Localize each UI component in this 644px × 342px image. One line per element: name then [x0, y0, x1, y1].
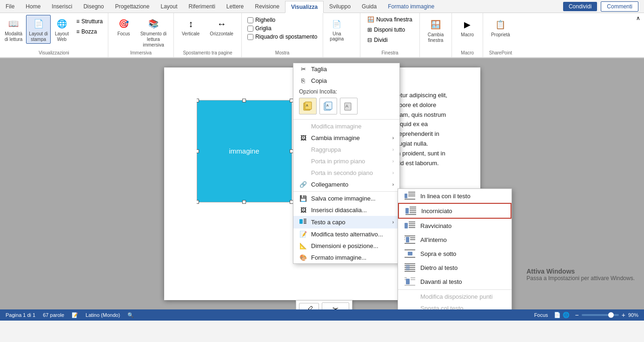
btn-macro[interactable]: ▶ Macro	[456, 13, 479, 49]
tab-revisione[interactable]: Revisione	[249, 0, 285, 13]
modalita-lettura-label: Modalitàdi lettura	[5, 31, 22, 42]
btn-stile[interactable]: 🖌 Stile	[299, 303, 319, 310]
menu-item-salva-immagine[interactable]: 💾 Salva come immagine...	[293, 193, 399, 204]
btn-ritaglia[interactable]: ✂ Ritaglia	[322, 302, 349, 309]
submenu-item-dietro-testo[interactable]: Dietro al testo	[398, 261, 511, 275]
btn-cambia-finestra[interactable]: 🪟 Cambiafinestra	[424, 13, 448, 54]
menu-item-formato-immagine[interactable]: 🎨 Formato immagine...	[293, 252, 399, 263]
zoom-slider[interactable]	[582, 314, 619, 316]
checkbox-righello[interactable]: Righello	[247, 17, 317, 23]
group-label-immersiva: Immersiva	[112, 49, 170, 57]
tab-visualizza[interactable]: Visualizza	[285, 1, 324, 13]
righello-checkbox[interactable]	[247, 17, 253, 23]
menu-item-porta-primo-piano[interactable]: Porta in primo piano ›	[293, 155, 399, 167]
submenu-item-ravvicinato[interactable]: Ravvicinato	[398, 219, 511, 233]
view-buttons: 📄 🌐	[554, 312, 570, 318]
btn-una-pagina[interactable]: 📄 Unapagina	[327, 15, 346, 43]
nuova-finestra-icon: 🪟	[367, 16, 374, 23]
submenu-item-sposta-col-testo[interactable]: Sposta col testo	[398, 302, 511, 309]
zoom-out-btn[interactable]: −	[575, 312, 579, 318]
comments-button[interactable]: Commenti	[601, 1, 638, 12]
tab-sviluppo[interactable]: Sviluppo	[324, 0, 356, 13]
btn-dividi[interactable]: ⊟ Dividi	[364, 35, 415, 45]
checkbox-riquadro[interactable]: Riquadro di spostamento	[247, 34, 317, 40]
submenu-item-incorniciato[interactable]: Incorniciato	[398, 203, 511, 219]
tab-guida[interactable]: Guida	[356, 0, 382, 13]
btn-struttura-bozza: ≡ Struttura ≡ Bozza	[73, 15, 106, 36]
tab-home[interactable]: Home	[20, 0, 46, 13]
tab-file[interactable]: File	[0, 0, 20, 13]
btn-modalita-lettura[interactable]: 📖 Modalitàdi lettura	[2, 15, 25, 44]
submenu-item-in-linea[interactable]: In linea con il testo	[398, 189, 511, 203]
menu-item-dimensioni-posizione[interactable]: 📐 Dimensioni e posizione...	[293, 240, 399, 252]
tab-disegno[interactable]: Disegno	[78, 0, 109, 13]
dimensioni-posizione-label: Dimensioni e posizione...	[311, 242, 378, 249]
btn-collapse-ribbon[interactable]: ∧	[632, 13, 644, 23]
zoom-in-btn[interactable]: +	[622, 312, 625, 318]
raggruppa-label: Raggruppa	[311, 146, 341, 153]
paste-icon-2[interactable]: A	[319, 98, 337, 114]
view-web-btn[interactable]: 🌐	[563, 312, 570, 318]
image-placeholder[interactable]: immagine	[197, 100, 292, 202]
menu-item-porta-secondo-piano[interactable]: Porta in secondo piano ›	[293, 167, 399, 179]
share-button[interactable]: Condividi	[563, 2, 597, 11]
image-selection-handle-bm	[242, 200, 246, 204]
view-print-btn[interactable]: 📄	[554, 312, 561, 318]
focus-label: Focus	[117, 31, 130, 36]
menu-item-inserisci-didascalia[interactable]: 🖼 Inserisci didascalia...	[293, 204, 399, 216]
paste-icon-3[interactable]: A	[340, 98, 358, 114]
menu-item-modifica-testo-alt[interactable]: 📝 Modifica testo alternativo...	[293, 228, 399, 240]
ribbon-group-mostra: Righello Griglia Riquadro di spostamento…	[242, 13, 323, 57]
activate-windows-title: Attiva Windows	[526, 268, 635, 275]
menu-item-cambia-immagine[interactable]: 🖼 Cambia immagine ›	[293, 132, 399, 144]
collegamento-label: Collegamento	[311, 181, 348, 188]
all-interno-icon	[404, 235, 417, 244]
copia-icon: ⎘	[299, 77, 307, 84]
paste-icon-1[interactable]: A	[299, 98, 317, 114]
collegamento-icon: 🔗	[299, 181, 307, 188]
riquadro-checkbox[interactable]	[247, 34, 253, 40]
verticale-icon: ↕	[183, 16, 198, 31]
btn-nuova-finestra[interactable]: 🪟 Nuova finestra	[364, 15, 415, 24]
submenu-item-modifica-disposizione[interactable]: Modifica disposizione punti	[398, 291, 511, 302]
btn-strumento-lettura[interactable]: 📚 Strumento dilettura immersiva	[137, 15, 170, 49]
btn-focus[interactable]: 🎯 Focus	[112, 15, 135, 38]
group-buttons-immersiva: 🎯 Focus 📚 Strumento dilettura immersiva	[112, 13, 170, 49]
submenu-item-all-interno[interactable]: All'interno	[398, 233, 511, 247]
tab-riferimenti[interactable]: Riferimenti	[183, 0, 221, 13]
menu-item-copia[interactable]: ⎘ Copia	[293, 75, 399, 87]
menu-item-collegamento[interactable]: 🔗 Collegamento ›	[293, 179, 399, 190]
tab-formato-immagine[interactable]: Formato immagine	[382, 0, 440, 13]
griglia-checkbox[interactable]	[247, 26, 253, 32]
checkbox-griglia[interactable]: Griglia	[247, 25, 317, 32]
submenu-item-davanti-testo[interactable]: Davanti al testo	[398, 275, 511, 288]
menu-item-taglia[interactable]: ✂ Taglia	[293, 63, 399, 75]
svg-rect-24	[405, 223, 408, 228]
verticale-label: Verticale	[182, 31, 199, 36]
btn-bozza[interactable]: ≡ Bozza	[73, 27, 106, 36]
btn-struttura[interactable]: ≡ Struttura	[73, 17, 106, 26]
tab-layout[interactable]: Layout	[155, 0, 183, 13]
testo-capo-icon	[299, 218, 307, 226]
submenu-testo-capo: In linea con il testo Incorniciato Ravvi…	[398, 188, 512, 309]
submenu-item-sopra-sotto[interactable]: Sopra e sotto	[398, 247, 511, 261]
copia-label: Copia	[311, 77, 327, 84]
menu-item-raggruppa[interactable]: Raggruppa ›	[293, 144, 399, 155]
modifica-testo-alt-icon: 📝	[299, 231, 307, 238]
btn-layout-stampa[interactable]: 📄 Layout distampa	[26, 15, 51, 44]
menu-item-testo-capo[interactable]: Testo a capo ›	[293, 216, 399, 228]
menu-item-modifica-immagine[interactable]: Modifica immagine	[293, 121, 399, 132]
collegamento-arrow: ›	[392, 182, 394, 187]
group-label-spostamento: Spostamento tra pagine	[178, 49, 238, 57]
group-buttons-zoom: 📄 Unapagina	[327, 13, 356, 54]
btn-layout-web[interactable]: 🌐 LayoutWeb	[52, 15, 72, 44]
paste-icons-row: A A A	[293, 96, 399, 118]
tab-inserisci[interactable]: Inserisci	[46, 0, 78, 13]
tab-lettere[interactable]: Lettere	[221, 0, 249, 13]
cambia-finestra-label: Cambiafinestra	[428, 32, 444, 43]
btn-disponi-tutto[interactable]: ⊞ Disponi tutto	[364, 25, 415, 34]
tab-progettazione[interactable]: Progettazione	[109, 0, 155, 13]
btn-proprieta[interactable]: 📋 Proprietà	[487, 13, 514, 49]
btn-verticale[interactable]: ↕ Verticale	[178, 15, 204, 38]
btn-orizzontale[interactable]: ↔ Orizzontale	[206, 15, 238, 38]
